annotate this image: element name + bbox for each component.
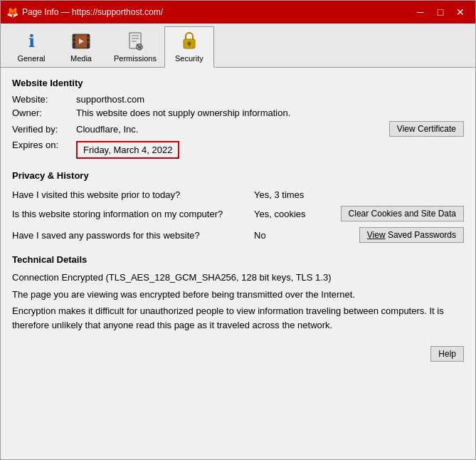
technical-details-section: Technical Details Connection Encrypted (…	[12, 254, 464, 332]
minimize-button[interactable]: ─	[411, 5, 430, 19]
bottom-bar: Help	[12, 340, 464, 365]
window-controls: ─ □ ✕	[411, 5, 470, 19]
privacy-history-title: Privacy & History	[12, 170, 464, 181]
privacy-history-section: Privacy & History Have I visited this we…	[12, 170, 464, 246]
tab-bar: ℹ General Media	[1, 23, 475, 68]
svg-rect-4	[73, 46, 75, 48]
svg-rect-3	[73, 43, 75, 46]
verified-label: Verified by:	[12, 124, 76, 135]
svg-rect-6	[87, 38, 90, 41]
svg-rect-12	[132, 35, 139, 36]
website-identity-section: Website Identity Website: supporthost.co…	[12, 78, 464, 162]
visited-question: Have I visited this website prior to tod…	[12, 189, 254, 200]
title-bar: 🦊 Page Info — https://supporthost.com/ ─…	[1, 1, 475, 23]
close-button[interactable]: ✕	[451, 5, 470, 19]
window-title: Page Info — https://supporthost.com/	[22, 7, 411, 17]
expires-label: Expires on:	[12, 140, 76, 150]
media-tab-label: Media	[70, 54, 92, 63]
tab-permissions[interactable]: Permissions	[106, 26, 164, 67]
svg-rect-2	[73, 38, 75, 41]
website-value: supporthost.com	[76, 94, 144, 105]
visited-row: Have I visited this website prior to tod…	[12, 187, 464, 203]
owner-row: Owner: This website does not supply owne…	[12, 108, 464, 118]
passwords-question: Have I saved any passwords for this webs…	[12, 230, 254, 241]
owner-label: Owner:	[12, 108, 76, 118]
svg-rect-13	[132, 38, 139, 39]
expires-row: Expires on: Friday, March 4, 2022	[12, 140, 464, 162]
website-label: Website:	[12, 94, 76, 105]
tab-general[interactable]: ℹ General	[6, 26, 56, 67]
verified-row: Verified by: Cloudflare, Inc. View Certi…	[12, 121, 464, 137]
main-window: 🦊 Page Info — https://supporthost.com/ ─…	[0, 0, 476, 460]
svg-rect-20	[189, 43, 190, 46]
maximize-button[interactable]: □	[431, 5, 450, 19]
tech-line-1: Connection Encrypted (TLS_AES_128_GCM_SH…	[12, 271, 464, 285]
clear-cookies-button[interactable]: Clear Cookies and Site Data	[341, 206, 464, 221]
owner-value: This website does not supply ownership i…	[76, 108, 290, 118]
content-area: Website Identity Website: supporthost.co…	[1, 68, 475, 459]
expires-box: Friday, March 4, 2022	[76, 141, 179, 159]
view-saved-passwords-button[interactable]: View Saved Passwords	[359, 227, 464, 243]
app-icon: 🦊	[6, 6, 18, 18]
website-row: Website: supporthost.com	[12, 94, 464, 105]
permissions-tab-icon	[124, 30, 147, 53]
security-tab-label: Security	[175, 54, 203, 63]
tech-line-2: The page you are viewing was encrypted b…	[12, 288, 464, 302]
verified-value: Cloudflare, Inc.	[76, 124, 389, 135]
cookies-btn-area: Clear Cookies and Site Data	[325, 206, 464, 221]
tab-media[interactable]: Media	[56, 26, 106, 67]
cookies-answer: Yes, cookies	[254, 209, 325, 219]
passwords-answer: No	[254, 230, 325, 241]
media-tab-icon	[70, 30, 92, 53]
passwords-row: Have I saved any passwords for this webs…	[12, 224, 464, 246]
svg-rect-1	[73, 34, 75, 37]
general-tab-icon: ℹ	[20, 30, 43, 53]
technical-details-title: Technical Details	[12, 254, 464, 265]
security-tab-icon	[178, 30, 201, 53]
visited-answer: Yes, 3 times	[254, 189, 325, 200]
cookies-question: Is this website storing information on m…	[12, 209, 254, 219]
permissions-tab-label: Permissions	[114, 54, 157, 63]
general-tab-label: General	[17, 54, 45, 63]
website-identity-title: Website Identity	[12, 78, 464, 88]
svg-rect-5	[87, 34, 90, 37]
help-button[interactable]: Help	[430, 346, 464, 362]
expires-value: Friday, March 4, 2022	[83, 145, 172, 155]
passwords-btn-area: View Saved Passwords	[325, 227, 464, 243]
svg-rect-7	[87, 43, 90, 46]
view-certificate-button[interactable]: View Certificate	[389, 121, 464, 137]
svg-rect-14	[132, 41, 137, 42]
tab-security[interactable]: Security	[164, 26, 214, 68]
cookies-row: Is this website storing information on m…	[12, 203, 464, 224]
svg-rect-8	[87, 46, 90, 48]
tech-line-3: Encryption makes it difficult for unauth…	[12, 304, 464, 332]
